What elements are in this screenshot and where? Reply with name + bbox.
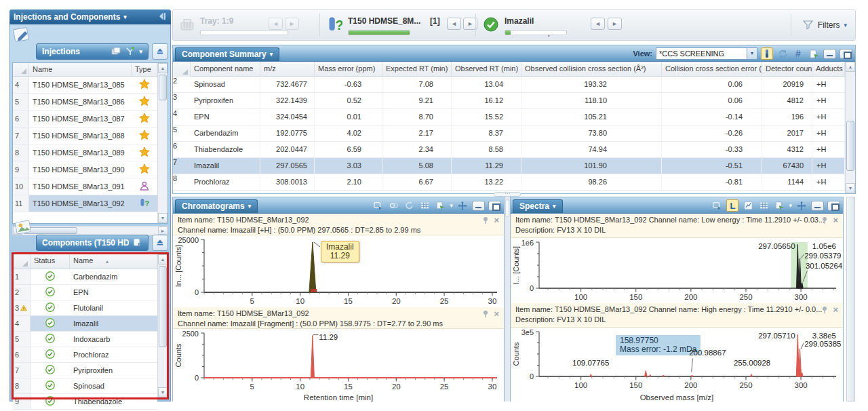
zoom-select-icon[interactable] [372, 199, 384, 212]
sample-tree-icon[interactable] [125, 46, 136, 58]
close-pane-icon[interactable]: × [494, 309, 499, 319]
column-header-2[interactable]: Mass error (ppm) [315, 62, 382, 77]
next-component-button[interactable]: ► [608, 18, 622, 30]
injections-list-header[interactable]: Injections ▾ [36, 43, 149, 60]
column-header-7[interactable]: Detector counts [762, 62, 812, 77]
summary-row[interactable]: 8Prochloraz308.00132.106.6713.2298.26-0.… [173, 174, 845, 191]
pin-icon[interactable] [821, 306, 828, 316]
component-row[interactable]: 7Pyriproxifen [13, 363, 157, 378]
injections-menu-dropdown-icon[interactable]: ▾ [139, 48, 142, 55]
minimize-panel-button[interactable] [823, 49, 836, 59]
rotate-view-icon[interactable] [403, 199, 415, 212]
pin-icon[interactable] [482, 310, 489, 320]
low-energy-spectrum-plot[interactable]: 1e60100150200250300I... [Counts]297.0565… [511, 238, 843, 303]
export-dropdown-icon[interactable]: ▾ [789, 202, 792, 209]
summary-row[interactable]: 6Thiabendazole202.04476.592.348.5874.94-… [173, 142, 845, 158]
scroll-up-arrow[interactable]: ▲ [158, 63, 167, 73]
high-energy-spectrum-plot[interactable]: Observed mass [m/z] 3e50100150200250300C… [511, 328, 843, 402]
column-header-component-name[interactable]: Component name [191, 62, 260, 77]
close-pane-icon[interactable]: × [494, 215, 499, 225]
component-row[interactable]: 5Indoxacarb [13, 332, 157, 347]
column-header-type[interactable]: Type [132, 63, 157, 76]
scroll-up-arrow[interactable]: ▲ [158, 254, 167, 265]
restore-panel-button[interactable] [840, 49, 852, 59]
restore-panel-button[interactable] [488, 201, 501, 211]
export-plot-icon[interactable] [773, 199, 785, 212]
injection-row[interactable]: 4T150 HDMSE_8Mar13_085 [13, 77, 157, 94]
pin-icon[interactable] [482, 216, 489, 227]
components-list-header[interactable]: Components (T150 HDM [36, 235, 149, 251]
copy-icon[interactable] [111, 46, 121, 58]
component-doc-icon[interactable] [132, 237, 142, 249]
column-header-5[interactable]: Observed collision cross section (Å²) [521, 62, 662, 77]
summary-row[interactable]: 2Spinosad732.4677-0.637.0813.04193.320.0… [173, 77, 845, 93]
tray-previous-button[interactable]: ◄ [269, 18, 283, 30]
close-pane-icon[interactable]: × [833, 305, 838, 315]
refresh-icon[interactable] [776, 47, 789, 60]
mobility-vial-icon[interactable] [761, 47, 773, 60]
column-header-4[interactable]: Observed RT (min) [452, 62, 521, 77]
component-row[interactable]: 2EPN [13, 285, 157, 300]
horizontal-splitter-grip[interactable]: ⋯ [494, 192, 521, 197]
export-report-icon[interactable] [808, 47, 820, 60]
components-vertical-scrollbar[interactable]: ▲ ▼ [157, 254, 167, 397]
number-format-icon[interactable]: # [792, 47, 804, 60]
column-header-name[interactable]: Name [29, 63, 132, 76]
component-row[interactable]: 1Carbendazim [13, 269, 157, 285]
component-row[interactable]: 9Thiabendazole [13, 394, 157, 410]
vertical-splitter[interactable] [505, 197, 510, 402]
collapse-components-button[interactable] [152, 235, 168, 251]
column-header-status[interactable]: Status [31, 254, 70, 269]
label-peaks-icon[interactable]: L [726, 199, 738, 212]
column-header-8[interactable]: Adducts [812, 62, 845, 77]
fragment-chromatogram-plot[interactable]: Retention time [min] 2500051015202530Cou… [173, 329, 504, 402]
minimize-panel-button[interactable] [811, 201, 824, 211]
chromatogram-fragment[interactable]: 2500051015202530 [173, 329, 504, 402]
injections-vertical-scrollbar[interactable]: ▲ ▼ [157, 63, 167, 223]
pan-move-icon[interactable] [456, 199, 469, 212]
sidebar-header[interactable]: Injections and Components ▾ [9, 9, 171, 24]
scroll-down-arrow[interactable]: ▼ [158, 387, 167, 397]
scroll-right-arrow[interactable]: ► [158, 227, 167, 235]
injections-horizontal-scrollbar[interactable]: ◄ ► [12, 226, 168, 235]
table-view-icon[interactable] [418, 199, 431, 212]
restore-panel-button[interactable] [827, 201, 840, 211]
zoom-select-icon[interactable] [711, 199, 723, 212]
injection-row[interactable]: 11T150 HDMSE_8Mar13_092? [13, 195, 157, 212]
chromatograms-tab[interactable]: Chromatograms ▾ [175, 199, 258, 213]
component-row[interactable]: 4Imazalil [13, 316, 157, 332]
precursor-chromatogram-plot[interactable]: 25000051015202530In... [Counts]Imazalil1… [173, 235, 504, 307]
scroll-down-arrow[interactable]: ▼ [158, 213, 167, 223]
view-select-dropdown-icon[interactable]: ▾ [747, 48, 757, 59]
component-row[interactable]: 6Prochloraz [13, 347, 157, 363]
summary-row[interactable]: 4EPN324.04540.018.7015.52105.21-0.14196+… [173, 109, 845, 125]
select-all-corner[interactable] [13, 254, 31, 269]
close-pane-icon[interactable]: × [833, 215, 838, 225]
injection-row[interactable]: 6T150 HDMSE_8Mar13_087 [13, 111, 157, 128]
column-header-3[interactable]: Expected RT (min) [382, 62, 452, 77]
chevron-down-icon[interactable]: ▾ [123, 14, 127, 20]
scrollbar-thumb[interactable] [159, 266, 167, 347]
column-header-6[interactable]: Collision cross section error (%)▼ [662, 62, 762, 77]
collapse-injections-button[interactable] [152, 43, 168, 60]
injection-row[interactable]: 7T150 HDMSE_8Mar13_088 [13, 128, 157, 144]
minimize-panel-button[interactable] [472, 201, 485, 211]
column-header-name[interactable]: Name ▲ [70, 254, 157, 269]
filters-button[interactable]: Filters ▾ [802, 19, 847, 31]
injection-row[interactable]: 5T150 HDMSE_8Mar13_086 [13, 94, 157, 111]
view-select[interactable]: *CCS SCREENING ▾ [656, 47, 757, 60]
component-summary-tab[interactable]: Component Summary ▾ [175, 47, 279, 61]
table-view-icon[interactable] [757, 199, 770, 212]
summary-row[interactable]: 7Imazalil297.05653.035.0811.29101.90-0.5… [173, 158, 845, 174]
injection-row[interactable]: 8T150 HDMSE_8Mar13_089 [13, 144, 157, 161]
scroll-down-arrow[interactable]: ▼ [846, 183, 855, 193]
select-all-corner[interactable] [13, 63, 29, 76]
scroll-up-arrow[interactable]: ▲ [846, 62, 855, 72]
previous-injection-button[interactable]: ◄ [447, 18, 461, 30]
pin-icon[interactable] [821, 216, 828, 227]
collapsed-right-panel-strip[interactable] [846, 197, 855, 402]
export-dropdown-icon[interactable]: ▾ [450, 202, 453, 209]
summary-row[interactable]: 5Carbendazim192.07754.022.178.3773.80-0.… [173, 125, 845, 142]
pan-move-icon[interactable] [795, 199, 808, 212]
select-all-corner[interactable] [173, 62, 191, 77]
